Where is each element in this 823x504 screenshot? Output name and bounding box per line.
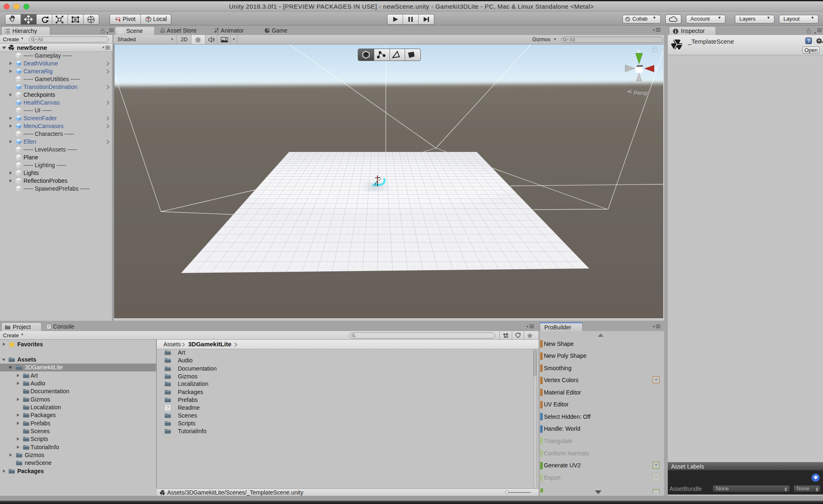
svg-text:y: y xyxy=(637,47,640,54)
svg-text:x: x xyxy=(655,65,657,71)
svg-text:Persp: Persp xyxy=(634,90,648,96)
